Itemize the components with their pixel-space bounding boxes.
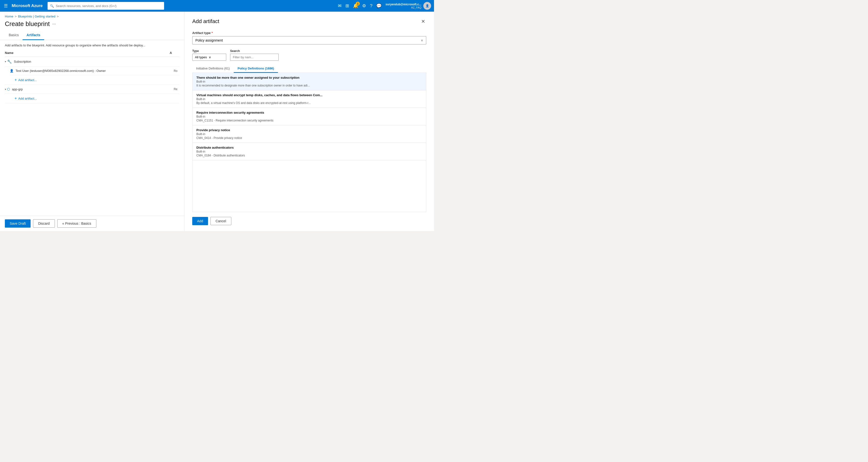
- close-panel-button[interactable]: ✕: [420, 18, 426, 25]
- panel-header: Add artifact ✕: [192, 18, 426, 25]
- search-filter-group: Search: [230, 49, 279, 61]
- col-a-header: A: [170, 51, 179, 55]
- subscription-user-row: 👤 Test User (testuser@M365x82902268.onmi…: [10, 66, 179, 75]
- type-filter-label: Type: [192, 49, 226, 53]
- policy-type: Built-in: [196, 150, 422, 153]
- main-tabs: Basics Artifacts: [0, 31, 184, 40]
- add-artifact-rg-label: Add artifact...: [18, 97, 37, 100]
- artifacts-area: Name A ▾ 🔧 Subscription 👤 Test User (tes…: [0, 49, 184, 216]
- email-icon[interactable]: ✉: [338, 3, 342, 8]
- user-info[interactable]: suryendub@microsoft.c... AZ_FAQ 👤: [385, 2, 431, 10]
- breadcrumb-home[interactable]: Home: [5, 15, 13, 18]
- type-value: All types: [195, 55, 207, 59]
- policy-name: Provide privacy notice: [196, 128, 422, 132]
- azure-logo: Microsoft Azure: [12, 3, 43, 8]
- policy-name: Distribute authenticators: [196, 146, 422, 149]
- breadcrumb-sep1: >: [15, 15, 17, 18]
- search-filter-input[interactable]: [230, 54, 279, 61]
- user-icon: 👤: [10, 69, 13, 73]
- search-filter-label: Search: [230, 49, 279, 53]
- right-panel: Add artifact ✕ Artifact type * Policy as…: [184, 12, 434, 231]
- help-icon[interactable]: ?: [370, 3, 372, 8]
- notification-badge: 1: [356, 2, 360, 6]
- col-name-header: Name: [5, 51, 170, 55]
- policy-name: There should be more than one owner assi…: [196, 76, 422, 80]
- resource-group-label: app-grp: [12, 87, 174, 91]
- avatar[interactable]: 👤: [423, 2, 431, 10]
- table-header: Name A: [5, 49, 179, 57]
- plus-icon-rg: +: [14, 96, 17, 100]
- nav-icons: ✉ ⊞ 🔔 1 ⚙ ? 💬 suryendub@microsoft.c... A…: [338, 2, 431, 10]
- tab-initiative[interactable]: Initiative Definitions (61): [192, 65, 234, 73]
- expand-icon[interactable]: ▾: [5, 60, 6, 63]
- save-draft-button[interactable]: Save Draft: [5, 219, 31, 228]
- artifact-type-select[interactable]: Policy assignment ∨: [192, 36, 426, 45]
- main-layout: Home > Blueprints | Getting started > Cr…: [0, 12, 434, 231]
- subscription-icon: 🔧: [7, 59, 12, 64]
- chevron-down-icon: ∨: [421, 39, 423, 42]
- breadcrumb-blueprints[interactable]: Blueprints | Getting started: [18, 15, 55, 18]
- resource-group-row: ▾ ⬡ app-grp Re: [5, 85, 179, 94]
- subscription-row: ▾ 🔧 Subscription: [5, 57, 179, 66]
- panel-bottom-buttons: Add Cancel: [192, 212, 426, 225]
- hamburger-menu-icon[interactable]: ☰: [3, 2, 9, 9]
- policy-desc: By default, a virtual machine's OS and d…: [196, 101, 337, 105]
- discard-button[interactable]: Discard: [33, 219, 55, 228]
- user-subtitle: AZ_FAQ: [385, 6, 422, 9]
- search-input[interactable]: [56, 4, 162, 8]
- chevron-down-icon-type: ∨: [209, 55, 211, 59]
- type-dropdown[interactable]: All types ∨: [192, 54, 226, 61]
- policy-type: Built-in: [196, 97, 422, 101]
- policy-item[interactable]: There should be more than one owner assi…: [192, 73, 426, 90]
- global-search-bar[interactable]: 🔍: [48, 2, 164, 10]
- top-navigation: ☰ Microsoft Azure 🔍 ✉ ⊞ 🔔 1 ⚙ ? 💬 suryen…: [0, 0, 434, 12]
- bottom-buttons: Save Draft Discard « Previous : Basics: [0, 216, 184, 231]
- tab-artifacts[interactable]: Artifacts: [23, 31, 44, 40]
- add-artifact-subscription-label: Add artifact...: [18, 78, 37, 82]
- left-pane: Home > Blueprints | Getting started > Cr…: [0, 12, 184, 231]
- page-title-area: Create blueprint ···: [0, 19, 184, 31]
- portal-icon[interactable]: ⊞: [345, 3, 349, 8]
- policy-desc: CMA_0184 - Distribute authenticators: [196, 154, 337, 157]
- search-icon: 🔍: [50, 4, 54, 8]
- policy-name: Virtual machines should encrypt temp dis…: [196, 93, 422, 97]
- policy-item[interactable]: Virtual machines should encrypt temp dis…: [192, 90, 426, 108]
- subscription-label: Subscription: [14, 60, 31, 63]
- resource-group-icon: ⬡: [7, 87, 10, 91]
- previous-basics-button[interactable]: « Previous : Basics: [57, 219, 96, 228]
- subscription-user-label: Test User (testuser@M365x82902268.onmicr…: [16, 69, 174, 73]
- policy-type: Built-in: [196, 115, 422, 118]
- tab-policy-definitions[interactable]: Policy Definitions (1686): [234, 65, 278, 73]
- filter-row: Type All types ∨ Search: [192, 49, 426, 61]
- policy-tabs: Initiative Definitions (61) Policy Defin…: [192, 65, 426, 73]
- panel-title: Add artifact: [192, 18, 219, 25]
- breadcrumb-sep2: >: [57, 15, 59, 18]
- tab-basics[interactable]: Basics: [5, 31, 23, 40]
- policy-desc: CMA_0414 - Provide privacy notice: [196, 136, 337, 140]
- add-artifact-subscription[interactable]: + Add artifact...: [5, 75, 179, 85]
- notification-icon[interactable]: 🔔 1: [353, 3, 358, 8]
- feedback-icon[interactable]: 💬: [376, 3, 381, 8]
- policy-item[interactable]: Require interconnection security agreeme…: [192, 108, 426, 125]
- rg-expand-icon[interactable]: ▾: [5, 88, 6, 91]
- policy-type: Built-in: [196, 133, 422, 136]
- policy-type: Built-in: [196, 80, 422, 83]
- breadcrumb: Home > Blueprints | Getting started >: [0, 12, 184, 19]
- required-marker: *: [211, 31, 213, 35]
- subscription-user-col-a: Ro: [174, 69, 178, 73]
- add-artifact-rg[interactable]: + Add artifact...: [5, 94, 179, 103]
- policy-desc: It is recommended to designate more than…: [196, 84, 337, 87]
- cancel-button[interactable]: Cancel: [211, 217, 231, 225]
- more-options-icon[interactable]: ···: [52, 21, 56, 27]
- description-text: Add artifacts to the blueprint. Add reso…: [0, 40, 184, 49]
- type-filter-group: Type All types ∨: [192, 49, 226, 61]
- policy-item[interactable]: Distribute authenticators Built-in CMA_0…: [192, 143, 426, 160]
- artifact-type-group: Artifact type * Policy assignment ∨: [192, 31, 426, 45]
- settings-icon[interactable]: ⚙: [362, 3, 366, 8]
- plus-icon-subscription: +: [14, 78, 17, 82]
- add-button[interactable]: Add: [192, 217, 208, 225]
- policy-list: There should be more than one owner assi…: [192, 73, 426, 212]
- user-name: suryendub@microsoft.c...: [385, 3, 422, 6]
- policy-name: Require interconnection security agreeme…: [196, 111, 422, 114]
- policy-item[interactable]: Provide privacy notice Built-in CMA_0414…: [192, 125, 426, 143]
